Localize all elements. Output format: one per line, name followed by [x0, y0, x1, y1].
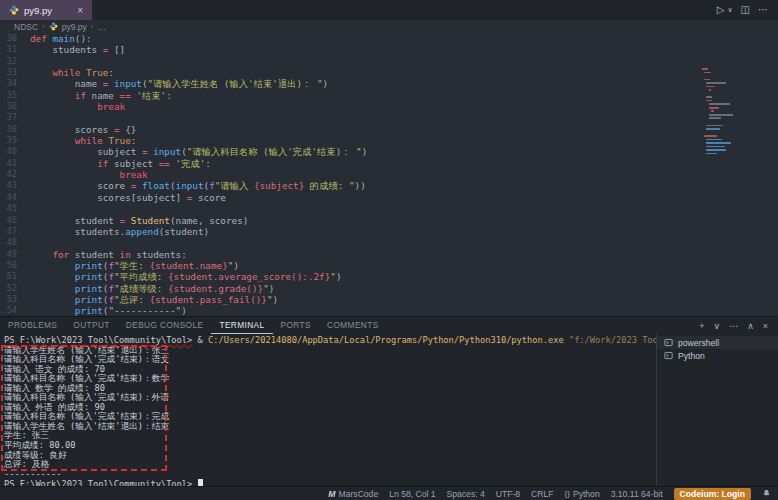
panel-tab-output[interactable]: OUTPUT: [65, 317, 118, 334]
code-line[interactable]: 53 print(f"总评: {student.pass_fail()}"): [0, 294, 778, 305]
code-line[interactable]: 54 print("-----------"): [0, 305, 778, 316]
panel-actions: +∨⋯∧×: [699, 321, 778, 331]
terminal-list-item-powershell[interactable]: powershell: [657, 336, 778, 349]
status-label: UTF-8: [496, 489, 520, 499]
terminal-list: powershellPython: [656, 334, 778, 487]
close-panel-icon[interactable]: ×: [763, 321, 768, 331]
terminal-command-segment: "f:/Work/2023 Tool/Community/Tool/NDSC/p…: [564, 335, 656, 345]
code-line[interactable]: 38 scores = {}: [0, 124, 778, 135]
status-cursor-position[interactable]: Ln 58, Col 1: [389, 489, 435, 499]
maximize-panel-icon[interactable]: ∧: [747, 321, 754, 331]
code-line[interactable]: 39 while True:: [0, 135, 778, 146]
code-line[interactable]: 32: [0, 56, 778, 67]
code-token: [30, 101, 97, 112]
code-token: '完成': [176, 158, 206, 169]
minimap[interactable]: [702, 68, 748, 160]
code-token: []: [108, 44, 125, 55]
code-line[interactable]: 52 print(f"成绩等级: {student.grade()}"): [0, 283, 778, 294]
code-lines: 30def main():31 students = []3233 while …: [0, 33, 778, 316]
status-codeium-login[interactable]: Codeium: Login: [674, 488, 751, 500]
code-text: while True:: [30, 135, 136, 146]
code-text: print(f"平均成绩: {student.average_score():.…: [30, 271, 342, 282]
status-notifications[interactable]: [762, 489, 771, 498]
code-token: [30, 294, 75, 305]
code-token: {student.average_score():.2f}: [168, 271, 330, 282]
run-button-icon[interactable]: ▷: [717, 0, 725, 20]
code-token: ): [273, 294, 279, 305]
code-token: scores[subject]: [30, 192, 187, 203]
code-line[interactable]: 41 if subject == '完成':: [0, 158, 778, 169]
code-line[interactable]: 36 break: [0, 101, 778, 112]
breadcrumb-separator: ›: [91, 22, 94, 31]
code-line[interactable]: 48: [0, 237, 778, 248]
panel-tab-debug-console[interactable]: DEBUG CONSOLE: [118, 317, 212, 334]
code-token: :: [108, 67, 114, 78]
status-eol[interactable]: CRLF: [531, 489, 553, 499]
terminal-command-segment: C:/Users/20214080/AppData/Local/Programs…: [208, 335, 564, 345]
code-token: {subject}: [254, 180, 304, 191]
run-dropdown-icon[interactable]: ∨: [727, 0, 732, 20]
panel-tab-terminal[interactable]: TERMINAL: [211, 317, 272, 334]
code-line[interactable]: 34 name = input("请输入学生姓名 (输入'结束'退出)： "): [0, 78, 778, 89]
code-token: break: [97, 101, 125, 112]
code-text: print(f"总评: {student.pass_fail()}"): [30, 294, 278, 305]
code-token: {student.pass_fail()}: [149, 294, 267, 305]
code-line[interactable]: 50 print(f"学生: {student.name}"): [0, 260, 778, 271]
code-line[interactable]: 37: [0, 112, 778, 123]
code-line[interactable]: 44 scores[subject] = score: [0, 192, 778, 203]
code-token: )): [355, 180, 366, 191]
code-line[interactable]: 49 for student in students:: [0, 249, 778, 260]
line-number: 44: [0, 192, 30, 203]
code-token: append: [125, 226, 159, 237]
code-token: [30, 169, 120, 180]
status-encoding[interactable]: UTF-8: [496, 489, 520, 499]
code-token: (name, scores): [170, 215, 248, 226]
panel-tab-problems[interactable]: PROBLEMS: [0, 317, 65, 334]
code-token: "学生:: [114, 260, 149, 271]
code-line[interactable]: 45: [0, 203, 778, 214]
new-terminal-icon[interactable]: +: [699, 321, 704, 331]
line-number: 38: [0, 124, 30, 135]
code-line[interactable]: 47 students.append(student): [0, 226, 778, 237]
code-text: students.append(student): [30, 226, 209, 237]
breadcrumb-item[interactable]: …: [97, 22, 106, 32]
terminal[interactable]: PS F:\Work\2023 Tool\Community\Tool> & C…: [0, 334, 778, 487]
line-number: 35: [0, 90, 30, 101]
code-line[interactable]: 30def main():: [0, 33, 778, 44]
code-token: ==: [120, 90, 131, 101]
close-tab-icon[interactable]: ×: [77, 5, 83, 16]
code-line[interactable]: 46 student = Student(name, scores): [0, 215, 778, 226]
minimap-line: [702, 68, 708, 70]
code-line[interactable]: 40 subject = input("请输入科目名称 (输入'完成'结束)： …: [0, 146, 778, 157]
status-language-mode[interactable]: {}Python: [565, 489, 600, 499]
code-text: break: [30, 169, 148, 180]
code-line[interactable]: 42 break: [0, 169, 778, 180]
terminal-output[interactable]: PS F:\Work\2023 Tool\Community\Tool> & C…: [0, 334, 656, 487]
code-token: 的成绩: ": [304, 180, 354, 191]
status-python-version[interactable]: 3.10.11 64-bit: [611, 489, 663, 499]
line-number: 46: [0, 215, 30, 226]
minimap-line: [706, 142, 731, 144]
breadcrumb-item[interactable]: NDSC: [14, 22, 38, 32]
code-line[interactable]: 33 while True:: [0, 67, 778, 78]
status-marscode[interactable]: MMarsCode: [328, 489, 378, 499]
breadcrumb-item[interactable]: py9.py: [62, 22, 87, 32]
code-editor[interactable]: 30def main():31 students = []3233 while …: [0, 33, 778, 316]
terminal-profile-dropdown-icon[interactable]: ∨: [714, 321, 721, 331]
more-panel-actions-icon[interactable]: ⋯: [729, 321, 738, 331]
status-bar: MMarsCodeLn 58, Col 1Spaces: 4UTF-8CRLF{…: [0, 486, 778, 500]
tab-py9py[interactable]: py9.py ×: [0, 0, 92, 20]
split-editor-icon[interactable]: ◫: [741, 0, 750, 20]
code-token: students: [30, 44, 103, 55]
code-line[interactable]: 43 score = float(input(f"请输入 {subject} 的…: [0, 180, 778, 191]
more-actions-icon[interactable]: ⋯: [758, 0, 768, 20]
terminal-list-item-python[interactable]: Python: [657, 349, 778, 362]
panel-tab-ports[interactable]: PORTS: [273, 317, 319, 334]
panel-tab-comments[interactable]: COMMENTS: [319, 317, 387, 334]
code-line[interactable]: 51 print(f"平均成绩: {student.average_score(…: [0, 271, 778, 282]
status-indentation[interactable]: Spaces: 4: [447, 489, 485, 499]
minimap-line: [706, 82, 726, 84]
code-token: print: [75, 294, 103, 305]
code-line[interactable]: 35 if name == '结束':: [0, 90, 778, 101]
code-line[interactable]: 31 students = []: [0, 44, 778, 55]
